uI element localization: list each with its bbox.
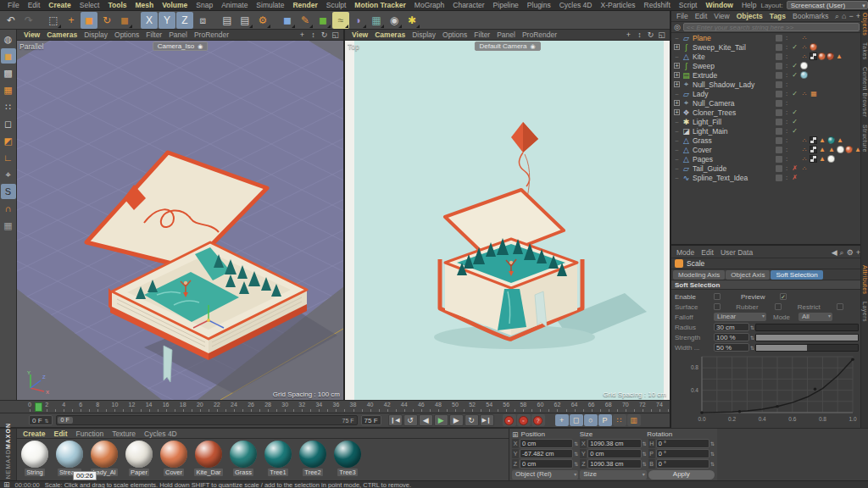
menu-edit[interactable]: Edit [698,248,717,257]
zoom-view-icon[interactable]: ↕ [635,30,644,40]
curve-point[interactable] [814,387,817,391]
menu-mode[interactable]: Mode [673,248,698,257]
visibility-dots[interactable]: : [784,44,789,51]
menu-bookmarks[interactable]: Bookmarks [789,12,832,20]
menu-edit[interactable]: Edit [49,430,71,438]
filter-icon[interactable]: ◎ [674,23,681,31]
material-cover[interactable]: Cover [158,441,190,476]
enabled-state[interactable]: ✓ [791,62,798,69]
menu-view[interactable]: View [710,12,732,20]
record-point-level-button[interactable]: ∷ [613,414,626,426]
expand-toggle[interactable]: + [674,100,680,106]
coordinate-system-button[interactable]: ⧈ [194,12,211,29]
expand-toggle[interactable]: + [674,109,680,115]
menu-volume[interactable]: Volume [158,1,192,9]
visibility-dots[interactable]: : [784,109,789,116]
magnet-snap-button[interactable]: ∩ [1,201,16,216]
spinner-icon[interactable]: ⇅ [710,441,715,446]
layer-chip[interactable] [776,35,782,42]
object-name[interactable]: Grass [693,136,774,145]
slider-track[interactable] [755,324,859,331]
edit-render-settings-button[interactable]: ? [531,414,545,426]
camera-tag[interactable]: Default Camera◉ [474,42,540,51]
spinner-icon[interactable]: ⇅ [710,461,715,467]
material-sphere[interactable] [299,441,326,468]
viewport-editor[interactable]: ViewCamerasDisplayOptionsFilterPanelProR… [17,30,343,400]
material-tree3[interactable]: Tree3 [331,441,364,476]
tab-object-axis[interactable]: Object Axis [726,270,770,280]
enabled-state[interactable]: ✓ [791,118,798,125]
material-tag[interactable] [800,71,808,79]
current-frame-marker[interactable] [35,402,42,412]
tab-modeling-axis[interactable]: Modeling Axis [673,270,725,280]
checker-tag[interactable] [810,146,817,153]
cone-tag[interactable]: ▲ [818,155,826,164]
rotate-view-icon[interactable]: ↻ [646,30,655,40]
visibility-dots[interactable]: : [784,128,789,135]
layer-chip[interactable] [776,147,782,153]
cone-tag[interactable]: ▲ [827,146,836,154]
phong-tag[interactable]: ∴ [800,53,809,61]
layer-chip[interactable] [776,72,782,79]
menu-mograph[interactable]: MoGraph [410,1,448,9]
object-row-cover[interactable]: –△Cover:∴▲▲▲▲▲▲ [671,145,862,154]
points-mode-button[interactable]: ∷ [1,99,16,114]
material-tag[interactable] [827,136,835,144]
make-editable-button[interactable]: ◍ [1,31,16,47]
axis-mode-button[interactable]: ∟ [1,150,16,165]
add-spline-pen-button[interactable]: ✎ [297,12,314,29]
settings-icon[interactable]: ⚙ [847,248,854,258]
texture-tag[interactable]: ▦ [810,90,818,98]
menu-sculpt[interactable]: Sculpt [322,1,351,9]
menu-prorender[interactable]: ProRender [191,30,232,39]
previous-frame-button[interactable]: ◀ [419,414,433,426]
phong-tag[interactable]: ∴ [800,136,809,145]
move-tool-button[interactable]: + [63,12,80,29]
layer-chip[interactable] [776,81,782,88]
object-name[interactable]: Light_Main [693,127,774,136]
polygons-mode-button[interactable]: ◩ [1,133,16,148]
phong-tag[interactable]: ∴ [800,90,809,98]
menu-redshift[interactable]: Redshift [640,1,675,9]
loop-playback-button[interactable]: ↻ [465,414,479,426]
coordinate-field[interactable]: 0 cm [520,439,573,448]
menu-cameras[interactable]: Cameras [43,30,81,39]
dropdown-falloff[interactable]: Linear [714,313,766,321]
panel-tab-takes[interactable]: Takes [862,42,868,60]
dropdown-mode[interactable]: All [798,313,832,321]
layer-chip[interactable] [776,63,782,69]
checkbox[interactable] [775,303,782,310]
material-paper[interactable]: Paper [123,441,155,476]
material-sphere[interactable] [230,441,257,468]
menu-objects[interactable]: Objects [733,12,766,20]
object-name[interactable]: Sweep [693,62,774,70]
coordinate-field[interactable]: 1090.38 cm [587,459,641,469]
add-light-button[interactable]: ✱ [403,12,420,29]
enabled-state[interactable]: ✓ [791,90,798,97]
cone-tag[interactable]: ▲ [818,136,826,145]
spinner-icon[interactable]: ⇅ [643,451,647,457]
panel-tab-objects[interactable]: Objects [862,13,868,36]
panel-tab-structure[interactable]: Structure [862,125,868,152]
layer-chip[interactable] [776,91,782,97]
menu-create[interactable]: Create [44,1,75,9]
material-grass[interactable]: Grass [227,441,259,476]
material-sphere[interactable] [56,441,83,468]
undo-button[interactable]: ↶ [3,12,19,29]
object-row-sweep-kite-tail[interactable]: +ʃSweep_Kite_Tail:✓∴ [671,42,862,52]
material-kite-dar[interactable]: Kite_Dar [192,441,225,476]
goto-start-button[interactable]: ❙◀ [388,414,403,426]
object-name[interactable]: Pages [693,155,774,164]
phong-tag[interactable]: ∴ [800,164,809,173]
render-scene[interactable] [345,41,670,400]
checkbox[interactable]: ✓ [780,293,787,300]
menu-simulate[interactable]: Simulate [252,1,288,9]
menu-view[interactable]: View [348,30,371,39]
toggle-view-icon[interactable]: ◱ [331,30,340,40]
collapse-icon[interactable]: − [849,12,853,21]
timeline-ruler[interactable]: 0246810121416182022242628303234363840424… [0,400,670,413]
next-frame-button[interactable]: ▶ [449,414,464,426]
add-camera-button[interactable]: ◉ [386,12,403,29]
toggle-view-icon[interactable]: ◱ [657,30,666,40]
render-picture-viewer-button[interactable]: ▤ [236,12,253,29]
